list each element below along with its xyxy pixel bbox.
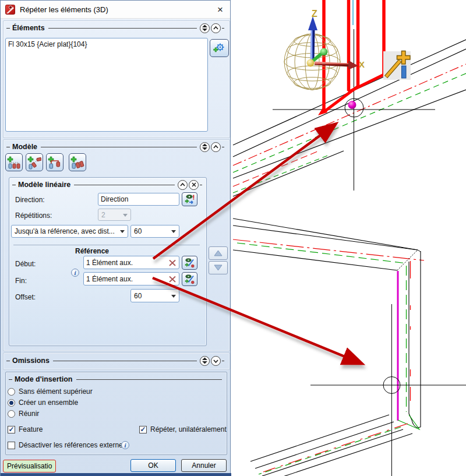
- chevron-down-icon: [171, 230, 176, 235]
- clear-reference-icon[interactable]: [168, 259, 176, 267]
- linear-panel-title: Modèle linéaire: [18, 181, 70, 189]
- repetitions-label: Répétitions:: [15, 211, 52, 220]
- close-icon[interactable]: ×: [217, 5, 223, 15]
- z-axis-label: Z: [312, 9, 317, 19]
- radio-merge[interactable]: Réunir: [8, 410, 39, 418]
- feature-checkbox[interactable]: ✓ Feature: [8, 425, 43, 433]
- start-reference-field[interactable]: 1 Élément aux.: [83, 256, 179, 269]
- end-label: Fin:: [15, 277, 27, 285]
- path-pattern-icon: [48, 156, 62, 170]
- elements-section-title: Éléments: [12, 24, 45, 32]
- omissions-section-title: Omissions: [12, 357, 50, 365]
- preview-button[interactable]: Prévisualisatio: [3, 460, 56, 473]
- x-axis-label: X: [359, 59, 365, 69]
- pattern-mirror-button[interactable]: [69, 153, 86, 171]
- distance-combo[interactable]: 60: [130, 225, 179, 238]
- repetitions-combo: 2: [98, 209, 131, 221]
- chevron-down-icon: [171, 295, 176, 300]
- expand-omissions-icon[interactable]: [211, 356, 221, 366]
- section-resize-icon[interactable]: [200, 356, 210, 366]
- arrow-up-icon: [214, 250, 223, 256]
- info-icon[interactable]: i: [71, 269, 79, 277]
- end-reference-field[interactable]: 1 Élément aux.: [83, 272, 179, 285]
- pattern-linear-button[interactable]: [5, 153, 23, 171]
- ok-button[interactable]: OK: [130, 459, 176, 472]
- reference-label: Référence: [75, 247, 109, 255]
- lower-crosshair: [310, 304, 466, 476]
- radio-icon: [8, 410, 15, 418]
- dialog-title: Répéter les éléments (3D): [20, 5, 108, 14]
- section-resize-icon[interactable]: [200, 142, 210, 152]
- elements-list[interactable]: Fl 30x15 {Acier plat}{104}: [5, 38, 208, 132]
- app-icon: [5, 5, 15, 15]
- free-pattern-icon: [27, 156, 41, 170]
- repeat-unilateral-checkbox[interactable]: ✓ Répéter, unilatéralement: [139, 425, 227, 433]
- list-item[interactable]: Fl 30x15 {Acier plat}{104}: [8, 40, 205, 48]
- section-resize-icon[interactable]: [200, 23, 210, 33]
- lower-beam-wireframe: [233, 218, 424, 476]
- cancel-button[interactable]: Annuler: [181, 459, 227, 472]
- z-axis-arrow: [308, 16, 317, 62]
- collapse-model-icon[interactable]: [211, 142, 221, 152]
- checkbox-icon: ✓: [8, 426, 15, 433]
- cursor-tool-icon: [383, 51, 411, 80]
- chevron-down-icon: [120, 230, 125, 235]
- title-bar: Répéter les éléments (3D) ×: [1, 1, 230, 19]
- collapse-linear-icon[interactable]: [178, 180, 188, 190]
- upper-crosshair: [273, 0, 435, 191]
- linear-pattern-icon: [7, 156, 21, 170]
- select-elements-button[interactable]: [210, 39, 229, 57]
- info-icon[interactable]: i: [121, 441, 129, 449]
- pattern-free-button[interactable]: [26, 153, 43, 171]
- move-up-button[interactable]: [209, 246, 228, 260]
- pick-reference-icon: [185, 274, 195, 284]
- origin-point: [307, 59, 315, 67]
- checkbox-icon: ✓: [139, 426, 147, 433]
- radio-icon: [8, 388, 15, 396]
- insertion-mode-title: Mode d'insertion: [15, 375, 73, 383]
- window-bottom-edge: [1, 473, 231, 476]
- mirror-pattern-icon: [70, 156, 84, 170]
- close-linear-icon[interactable]: [189, 180, 199, 190]
- pick-reference-icon: [185, 258, 195, 268]
- start-label: Début:: [15, 260, 36, 268]
- pick-direction-button[interactable]: [182, 192, 197, 206]
- model-section-title: Modèle: [12, 143, 37, 151]
- pick-direction-icon: [185, 194, 195, 204]
- disable-external-refs-checkbox[interactable]: Désactiver les références externes: [8, 441, 126, 449]
- pick-end-reference-button[interactable]: [182, 272, 197, 286]
- y-axis-arrow: [311, 48, 328, 63]
- direction-label: Direction:: [15, 196, 45, 204]
- upper-beam-wireframe: [233, 40, 466, 196]
- repeat-elements-dialog: Répéter les éléments (3D) × Éléments Fl …: [0, 0, 231, 476]
- pattern-path-button[interactable]: [46, 153, 63, 171]
- magenta-snap-point: [348, 101, 356, 109]
- clear-reference-icon[interactable]: [168, 275, 176, 283]
- move-down-button[interactable]: [209, 261, 228, 274]
- offset-combo[interactable]: 60: [130, 289, 179, 302]
- x-axis-arrow: [315, 61, 358, 70]
- orbit-sphere: [284, 34, 340, 90]
- radio-icon: [8, 399, 15, 407]
- chevron-down-icon: [123, 214, 128, 219]
- gear-plus-icon: [213, 42, 226, 55]
- arrow-down-icon: [214, 265, 223, 271]
- checkbox-icon: [8, 442, 15, 449]
- offset-label: Offset:: [15, 293, 36, 301]
- mode-combo[interactable]: Jusqu'à la référence, avec dist...: [11, 225, 128, 238]
- radio-no-parent[interactable]: Sans élément supérieur: [8, 387, 93, 396]
- red-construction-lines: [318, 0, 385, 115]
- collapse-elements-icon[interactable]: [211, 23, 221, 33]
- pick-start-reference-button[interactable]: [182, 256, 197, 270]
- direction-field[interactable]: Direction: [98, 193, 179, 206]
- radio-create-assembly[interactable]: Créer un ensemble: [8, 399, 78, 407]
